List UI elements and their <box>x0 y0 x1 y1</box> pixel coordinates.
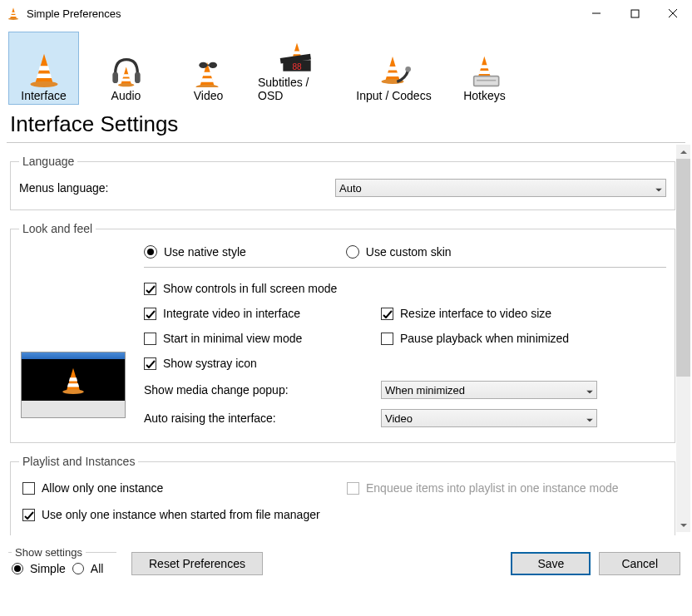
checkbox-enqueue-items: Enqueue items into playlist in one insta… <box>347 476 619 500</box>
checkbox-one-instance[interactable]: Allow only one instance <box>22 476 322 500</box>
playlist-legend: Playlist and Instances <box>19 455 138 468</box>
checkbox-label: Allow only one instance <box>42 481 163 495</box>
svg-text:88: 88 <box>292 62 302 71</box>
svg-point-8 <box>209 62 217 68</box>
radio-label: Use custom skin <box>366 245 452 259</box>
vertical-scrollbar[interactable] <box>676 145 690 532</box>
tab-label: Subtitles / OSD <box>258 76 336 102</box>
radio-custom-skin[interactable]: Use custom skin <box>346 245 452 259</box>
tab-label: Hotkeys <box>463 89 506 102</box>
checkbox-icon <box>381 308 393 320</box>
scroll-track[interactable] <box>676 159 690 518</box>
scroll-up-icon[interactable] <box>676 145 690 159</box>
checkbox-icon <box>22 482 35 495</box>
checkbox-fullscreen-controls[interactable]: Show controls in full screen mode <box>144 276 618 301</box>
category-tabs: Interface Audio Video 88 Subtitles / OSD… <box>0 27 692 108</box>
radio-icon <box>346 245 359 259</box>
maximize-button[interactable] <box>615 0 654 27</box>
titlebar: Simple Preferences <box>0 0 692 27</box>
cable-icon <box>374 51 414 87</box>
group-show-settings: Show settings Simple All <box>8 546 116 575</box>
checkbox-integrate-video[interactable]: Integrate video in interface <box>144 301 381 326</box>
headphones-icon <box>106 51 146 87</box>
radio-all[interactable]: All <box>72 562 104 575</box>
select-value: Video <box>385 412 413 425</box>
checkbox-label: Start in minimal view mode <box>163 332 302 345</box>
radio-label: Simple <box>30 562 66 575</box>
tab-interface[interactable]: Interface <box>8 32 79 105</box>
select-value: When minimized <box>385 384 465 397</box>
group-look-and-feel: Look and feel Use native style Use custo… <box>10 222 675 443</box>
settings-content: Language Menus language: Auto Look and f… <box>0 143 692 535</box>
glasses-icon <box>189 51 229 87</box>
checkbox-icon <box>347 482 359 495</box>
tab-input-codecs[interactable]: Input / Codecs <box>350 32 437 105</box>
cone-icon <box>24 51 64 87</box>
menus-language-select[interactable]: Auto <box>335 179 666 197</box>
auto-raise-label: Auto raising the interface: <box>144 411 381 425</box>
group-playlist-instances: Playlist and Instances Allow only one in… <box>10 455 675 535</box>
vlc-cone-icon <box>7 6 22 21</box>
divider <box>144 267 666 268</box>
svg-rect-5 <box>112 72 118 83</box>
radio-simple[interactable]: Simple <box>12 562 66 575</box>
clapper-icon: 88 <box>277 37 317 74</box>
checkbox-icon <box>144 357 156 370</box>
chevron-down-icon <box>586 384 593 397</box>
chevron-down-icon <box>586 412 593 425</box>
checkbox-icon <box>144 308 156 320</box>
svg-rect-6 <box>135 72 141 83</box>
checkbox-label: Pause playback when minimized <box>400 332 569 345</box>
reset-preferences-button[interactable]: Reset Preferences <box>131 552 263 575</box>
window-title: Simple Preferences <box>27 7 577 20</box>
radio-icon <box>72 563 84 574</box>
tab-hotkeys[interactable]: Hotkeys <box>449 32 520 105</box>
tab-label: Interface <box>21 89 66 102</box>
tab-label: Input / Codecs <box>356 89 431 102</box>
scroll-thumb[interactable] <box>676 159 690 377</box>
checkbox-label: Resize interface to video size <box>400 307 551 320</box>
svg-point-7 <box>199 62 207 68</box>
language-legend: Language <box>19 155 77 168</box>
radio-label: Use native style <box>164 245 246 259</box>
checkbox-icon <box>144 333 156 345</box>
checkbox-label: Enqueue items into playlist in one insta… <box>366 481 619 495</box>
skin-preview-thumbnail <box>21 352 126 418</box>
chevron-down-icon <box>655 182 662 195</box>
scroll-down-icon[interactable] <box>676 518 690 532</box>
tab-video[interactable]: Video <box>173 32 244 105</box>
look-legend: Look and feel <box>19 222 96 235</box>
svg-point-13 <box>405 67 411 72</box>
cancel-button[interactable]: Cancel <box>599 552 680 575</box>
close-button[interactable] <box>654 0 692 27</box>
radio-label: All <box>91 562 104 575</box>
checkbox-resize-interface[interactable]: Resize interface to video size <box>381 301 618 326</box>
radio-icon <box>12 563 23 574</box>
footer: Show settings Simple All Reset Preferenc… <box>0 535 692 582</box>
checkbox-pause-minimized[interactable]: Pause playback when minimized <box>381 326 618 351</box>
radio-native-style[interactable]: Use native style <box>144 245 246 259</box>
minimize-button[interactable] <box>577 0 615 27</box>
tab-label: Video <box>194 89 224 102</box>
checkbox-label: Integrate video in interface <box>163 307 300 320</box>
checkbox-label: Show controls in full screen mode <box>163 282 337 295</box>
show-settings-legend: Show settings <box>12 546 86 559</box>
checkbox-systray-icon[interactable]: Show systray icon <box>144 351 618 376</box>
checkbox-icon <box>22 509 35 521</box>
checkbox-one-instance-fm[interactable]: Use only one instance when started from … <box>22 503 320 526</box>
checkbox-label: Show systray icon <box>163 357 257 370</box>
svg-rect-2 <box>631 10 639 17</box>
media-popup-select[interactable]: When minimized <box>381 381 597 399</box>
select-value: Auto <box>339 182 362 195</box>
menus-language-label: Menus language: <box>19 181 335 195</box>
tab-audio[interactable]: Audio <box>91 32 161 105</box>
tab-subtitles[interactable]: 88 Subtitles / OSD <box>255 32 339 105</box>
auto-raise-select[interactable]: Video <box>381 409 597 427</box>
checkbox-label: Use only one instance when started from … <box>42 508 320 521</box>
tab-label: Audio <box>111 89 141 102</box>
keyboard-icon <box>465 51 505 87</box>
checkbox-icon <box>381 333 393 345</box>
section-title: Interface Settings <box>0 108 692 142</box>
checkbox-minimal-view[interactable]: Start in minimal view mode <box>144 326 381 351</box>
save-button[interactable]: Save <box>511 552 591 575</box>
